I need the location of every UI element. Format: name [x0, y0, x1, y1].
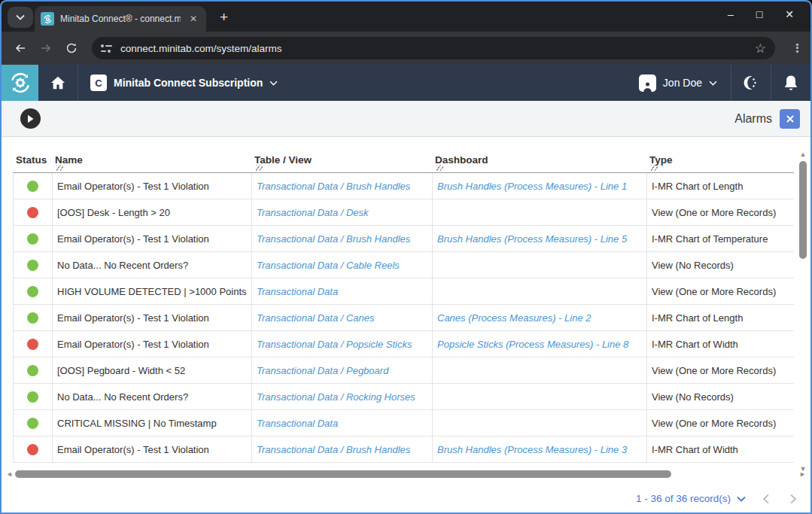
forward-arrow-icon [40, 42, 52, 54]
close-icon [786, 114, 795, 123]
browser-tab[interactable]: Minitab Connect® - connect.mi ✕ [35, 6, 206, 32]
run-button[interactable] [20, 108, 41, 129]
alarm-type: View (No Records) [647, 384, 794, 409]
table-view-link[interactable]: Transactional Data / Cable Reels [257, 260, 400, 271]
alarm-type: View (One or More Records) [647, 410, 794, 436]
table-row[interactable]: Email Operator(s) - Test 1 Violation Tra… [13, 226, 794, 252]
table-row[interactable]: Email Operator(s) - Test 1 Violation Tra… [13, 305, 794, 331]
alarm-type: I-MR Chart of Length [647, 173, 794, 199]
vertical-scrollbar-thumb[interactable] [799, 161, 807, 259]
night-mode-button[interactable] [731, 65, 771, 101]
tab-search-button[interactable] [8, 7, 33, 28]
reload-button[interactable] [60, 37, 83, 59]
column-header-dashboard[interactable]: Dashboard [432, 144, 646, 166]
green-status-dot [27, 286, 38, 297]
next-page-button[interactable] [789, 494, 797, 504]
table-row[interactable]: Email Operator(s) - Test 1 Violation Tra… [13, 331, 794, 357]
alarm-name: Email Operator(s) - Test 1 Violation [53, 305, 252, 330]
alarm-name: No Data... No Recent Orders? [53, 252, 252, 278]
alarm-name: CRITICAL MISSING | No Timestamp [53, 410, 252, 436]
alarms-table: StatusNameTable / ViewDashboardType Emai… [2, 137, 810, 482]
scroll-up-arrow-icon[interactable]: ▲ [798, 151, 807, 158]
url-text[interactable]: connect.minitab.com/system/alarms [120, 43, 282, 54]
table-view-link[interactable]: Transactional Data [257, 418, 338, 429]
alarm-name: HIGH VOLUME DETECTED | >1000 Points [53, 278, 252, 304]
table-view-link[interactable]: Transactional Data / Brush Handles [257, 181, 410, 192]
table-row[interactable]: [OOS] Desk - Length > 20 Transactional D… [13, 199, 794, 226]
column-header-type[interactable]: Type [646, 144, 794, 166]
dashboard-link[interactable]: Brush Handles (Process Measures) - Line … [437, 233, 627, 245]
alarm-name: Email Operator(s) - Test 1 Violation [53, 173, 252, 199]
table-view-link[interactable]: Transactional Data / Pegboard [257, 365, 388, 376]
table-row[interactable]: No Data... No Recent Orders? Transaction… [13, 252, 794, 278]
subscription-name: Minitab Connect Subscription [114, 77, 263, 89]
close-panel-button[interactable] [780, 109, 800, 129]
table-row[interactable]: No Data... No Recent Orders? Transaction… [13, 384, 794, 410]
table-view-link[interactable]: Transactional Data [257, 286, 338, 297]
dashboard-link[interactable]: Brush Handles (Process Measures) - Line … [437, 181, 627, 192]
table-view-link[interactable]: Transactional Data / Desk [257, 207, 369, 218]
vertical-scrollbar[interactable]: ▲ ▼ [798, 151, 807, 473]
back-button[interactable] [9, 37, 32, 59]
tab-close-icon[interactable]: ✕ [187, 12, 200, 26]
alarm-type: View (One or More Records) [647, 199, 794, 225]
alarm-type: I-MR Chart of Width [647, 436, 794, 462]
table-view-link[interactable]: Transactional Data / Brush Handles [257, 233, 410, 245]
user-menu[interactable]: Jon Doe [625, 65, 731, 101]
dashboard-link[interactable]: Popsicle Sticks (Process Measures) - Lin… [437, 339, 628, 350]
alarm-name: No Data... No Recent Orders? [53, 384, 252, 409]
dashboard-link[interactable]: Canes (Process Measures) - Line 2 [437, 312, 591, 324]
site-settings-icon[interactable] [101, 42, 113, 54]
home-button[interactable] [38, 65, 78, 101]
column-resize-handle[interactable] [56, 165, 63, 171]
table-view-link[interactable]: Transactional Data / Popsicle Sticks [257, 339, 412, 350]
sync-gear-icon [8, 71, 32, 95]
table-view-link[interactable]: Transactional Data / Canes [257, 312, 375, 324]
app-header: C Minitab Connect Subscription Jon Doe [2, 65, 810, 101]
window-maximize-button[interactable]: □ [756, 9, 762, 20]
horizontal-scrollbar-thumb[interactable] [15, 470, 671, 478]
previous-page-button[interactable] [762, 494, 770, 504]
browser-titlebar: Minitab Connect® - connect.mi ✕ + – □ ✕ [2, 2, 810, 32]
home-icon [50, 75, 66, 90]
page-size-dropdown[interactable] [737, 496, 746, 502]
browser-menu-icon[interactable]: ⋮ [792, 41, 803, 55]
notifications-button[interactable] [771, 65, 810, 101]
subscription-selector[interactable]: C Minitab Connect Subscription [78, 65, 290, 101]
scroll-left-arrow-icon[interactable]: ◄ [6, 470, 13, 478]
table-row[interactable]: Email Operator(s) - Test 1 Violation Tra… [13, 173, 794, 199]
column-resize-handle[interactable] [256, 165, 263, 171]
window-minimize-button[interactable]: – [728, 9, 734, 20]
panel-title: Alarms [734, 112, 772, 126]
tab-title: Minitab Connect® - connect.mi [60, 14, 181, 24]
column-header-table-view[interactable]: Table / View [251, 144, 432, 166]
table-row[interactable]: HIGH VOLUME DETECTED | >1000 Points Tran… [13, 278, 794, 305]
column-resize-handle[interactable] [651, 165, 658, 171]
table-row[interactable]: Email Operator(s) - Test 1 Violation Tra… [13, 436, 794, 463]
table-row[interactable]: [OOS] Pegboard - Width < 52 Transactiona… [13, 357, 794, 384]
scroll-right-arrow-icon[interactable]: ► [799, 470, 806, 478]
column-resize-handle[interactable] [436, 165, 443, 171]
dashboard-link[interactable]: Brush Handles (Process Measures) - Line … [437, 444, 627, 455]
horizontal-scrollbar[interactable]: ◄ ► [6, 470, 797, 479]
alarm-name: [OOS] Desk - Length > 20 [53, 199, 252, 225]
table-view-link[interactable]: Transactional Data / Rocking Horses [257, 391, 415, 403]
new-tab-button[interactable]: + [214, 9, 234, 26]
window-close-button[interactable]: ✕ [785, 9, 794, 20]
url-bar[interactable]: connect.minitab.com/system/alarms ☆ [92, 37, 775, 59]
bookmark-star-icon[interactable]: ☆ [755, 41, 766, 56]
play-icon [26, 114, 35, 123]
column-header-name[interactable]: Name [52, 144, 251, 166]
alarm-type: View (One or More Records) [647, 278, 794, 304]
chevron-down-icon [737, 496, 746, 502]
alarm-name: Email Operator(s) - Test 1 Violation [53, 331, 252, 357]
minitab-connect-logo[interactable] [2, 65, 38, 101]
table-view-link[interactable]: Transactional Data / Brush Handles [257, 444, 410, 455]
green-status-dot [27, 418, 38, 429]
column-header-status[interactable]: Status [13, 144, 52, 166]
table-row[interactable]: CRITICAL MISSING | No Timestamp Transact… [13, 410, 794, 436]
forward-button[interactable] [35, 37, 57, 59]
green-status-dot [27, 365, 38, 376]
table-footer: 1 - 36 of 36 record(s) [2, 482, 810, 514]
org-badge: C [90, 75, 107, 91]
